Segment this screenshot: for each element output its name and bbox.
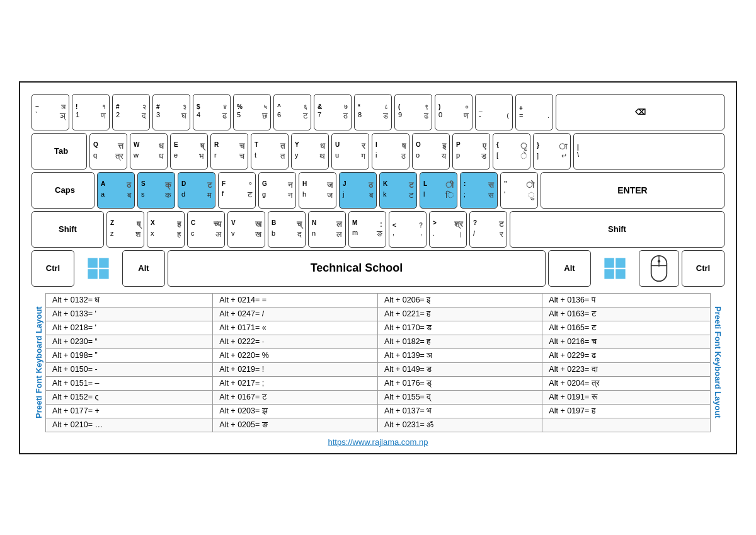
mouse-key[interactable] (639, 250, 679, 287)
ctrl-right-key[interactable]: Ctrl (682, 250, 724, 287)
svg-rect-1 (99, 258, 108, 267)
key-f[interactable]: F° fट (218, 172, 256, 209)
backspace-key[interactable]: ⌫ (556, 94, 724, 130)
svg-rect-2 (88, 269, 97, 279)
key-v[interactable]: Vख vख (227, 211, 265, 248)
key-m[interactable]: M: mङ (348, 211, 386, 248)
svg-point-11 (658, 260, 660, 262)
table-row: Alt + 0151= –Alt + 0217= ;Alt + 0176= ड्… (46, 376, 711, 390)
key-t[interactable]: Tत tत (251, 133, 289, 170)
svg-rect-4 (604, 258, 614, 267)
key-3[interactable]: #३ 3घ (152, 94, 190, 130)
key-y[interactable]: Yध yथ (291, 133, 329, 170)
key-o[interactable]: Oइ oय (412, 133, 450, 170)
key-rbracket[interactable]: }ा ]↵ (533, 133, 571, 170)
tab-key[interactable]: Tab (32, 133, 87, 170)
table-row: Alt + 0198= ”Alt + 0220= %Alt + 0139= ञA… (46, 348, 711, 362)
spacebar[interactable]: Technical School (168, 250, 546, 287)
key-4[interactable]: $४ 4ढ (193, 94, 231, 130)
shift-right-key[interactable]: Shift (510, 211, 724, 248)
key-0[interactable]: )० 0ण (435, 94, 472, 130)
svg-rect-5 (616, 258, 625, 267)
key-d[interactable]: Dट dम (178, 172, 215, 209)
key-row-tab: Tab Qत्त qत्र Wध wध Eष् eभ Rच rच Tत tत (32, 133, 724, 170)
key-slash[interactable]: ?ट /र (469, 211, 507, 248)
key-row-shift: Shift Zष् zश Xह xह Cच्य cअ Vख vख Bच् bद (32, 211, 724, 248)
alt-right-key[interactable]: Alt (548, 250, 591, 287)
table-row: Alt + 0132= धAlt + 0214= =Alt + 0206= इA… (46, 293, 711, 307)
table-row: Alt + 0210= …Alt + 0205= ङAlt + 0231= ॐ (46, 418, 711, 432)
key-comma[interactable]: <? ,, (389, 211, 427, 248)
key-w[interactable]: Wध wध (130, 133, 168, 170)
key-s[interactable]: Sक् sक (137, 172, 175, 209)
alt-codes-table: Alt + 0132= धAlt + 0214= =Alt + 0206= इA… (45, 293, 711, 432)
key-c[interactable]: Cच्य cअ (187, 211, 225, 248)
key-tilde[interactable]: ~ञ `ञ् (32, 94, 69, 130)
alt-left-key[interactable]: Alt (122, 250, 165, 287)
svg-rect-0 (88, 258, 97, 267)
key-7[interactable]: &७ 7ठ (314, 94, 352, 130)
key-row-bottom: Ctrl Alt Technical School Alt (32, 250, 724, 287)
key-minus[interactable]: _ -( (475, 94, 513, 130)
key-z[interactable]: Zष् zश (106, 211, 144, 248)
page-wrapper: ~ञ `ञ् !१ 1ण #२ 2द #३ 3घ $४ 4ढ %५ 5छ (19, 81, 737, 454)
key-g[interactable]: Gन gन (258, 172, 296, 209)
svg-rect-3 (99, 269, 108, 279)
win-right-key[interactable] (593, 250, 636, 287)
svg-rect-7 (616, 269, 625, 279)
table-row: Alt + 0177= +Alt + 0203= झAlt + 0137= भA… (46, 404, 711, 418)
caps-key[interactable]: Caps (32, 172, 94, 209)
right-side-label: Preeti Font Keyboard Layout (711, 293, 724, 432)
key-1[interactable]: !१ 1ण (72, 94, 110, 130)
key-period[interactable]: >श्र .। (429, 211, 467, 248)
key-5[interactable]: %५ 5छ (233, 94, 271, 130)
key-quote[interactable]: "ो 'ु (500, 172, 538, 209)
table-row: Alt + 0152= ςAlt + 0167= टAlt + 0155= द्… (46, 390, 711, 404)
footer-link[interactable]: https://www.rajlama.com.np (328, 437, 428, 447)
key-i[interactable]: Iष iठ (372, 133, 410, 170)
svg-rect-6 (604, 269, 614, 279)
key-q[interactable]: Qत्त qत्र (89, 133, 127, 170)
key-9[interactable]: (९ 9ढ (394, 94, 432, 130)
key-e[interactable]: Eष् eभ (170, 133, 208, 170)
key-l[interactable]: Lी lि (420, 172, 457, 209)
key-h[interactable]: Hज hज (299, 172, 336, 209)
key-k[interactable]: Kट kट (379, 172, 417, 209)
key-8[interactable]: *८ 8ड (354, 94, 392, 130)
table-row: Alt + 0150= -Alt + 0219= !Alt + 0149= डA… (46, 362, 711, 376)
key-6[interactable]: ^६ 6ट (273, 94, 311, 130)
key-p[interactable]: Pए pड (452, 133, 490, 170)
key-b[interactable]: Bच् bद (268, 211, 306, 248)
left-side-label: Preeti Font Keyboard Layout (32, 293, 45, 432)
key-lbracket[interactable]: {ृ [े (493, 133, 530, 170)
key-a[interactable]: Aठ aब (97, 172, 135, 209)
enter-key[interactable]: ENTER (541, 172, 724, 209)
key-r[interactable]: Rच rच (210, 133, 248, 170)
key-j[interactable]: Jठ jब (339, 172, 377, 209)
key-semicolon[interactable]: :स ;स (460, 172, 498, 209)
table-row: Alt + 0218= 'Alt + 0171= «Alt + 0170= डA… (46, 321, 711, 335)
key-row-1: ~ञ `ञ् !१ 1ण #२ 2द #३ 3घ $४ 4ढ %५ 5छ (32, 94, 724, 130)
footer: https://www.rajlama.com.np (32, 437, 724, 447)
key-backslash[interactable]: | \ (573, 133, 724, 170)
alt-codes-section: Preeti Font Keyboard Layout Alt + 0132= … (32, 293, 724, 432)
key-2[interactable]: #२ 2द (112, 94, 150, 130)
table-row: Alt + 0133= 'Alt + 0247= /Alt + 0221= हA… (46, 307, 711, 321)
key-x[interactable]: Xह xह (147, 211, 185, 248)
key-u[interactable]: Uर uग (331, 133, 369, 170)
key-row-caps: Caps Aठ aब Sक् sक Dट dम F° fट Gन gन (32, 172, 724, 209)
table-row: Alt + 0230= “Alt + 0222= ·Alt + 0182= हA… (46, 335, 711, 348)
key-equals[interactable]: + =. (515, 94, 553, 130)
win-left-key[interactable] (77, 250, 120, 287)
key-n[interactable]: Nल nल (308, 211, 346, 248)
shift-left-key[interactable]: Shift (32, 211, 104, 248)
keyboard: ~ञ `ञ् !१ 1ण #२ 2द #३ 3घ $४ 4ढ %५ 5छ (32, 94, 724, 287)
ctrl-left-key[interactable]: Ctrl (32, 250, 74, 287)
